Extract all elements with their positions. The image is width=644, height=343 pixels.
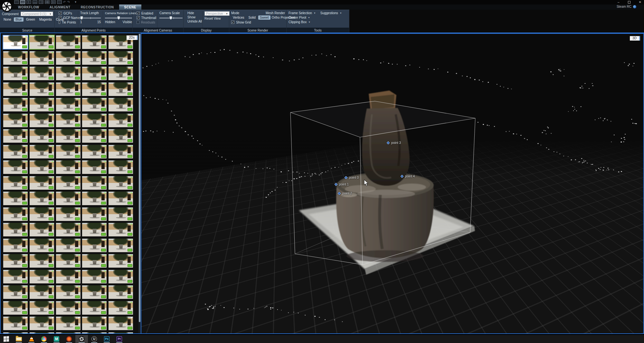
thumbnail[interactable] bbox=[3, 67, 28, 80]
thumbnail[interactable] bbox=[3, 254, 28, 268]
layout-preset-icon[interactable] bbox=[39, 0, 43, 4]
thumbnail[interactable] bbox=[3, 285, 28, 299]
thumbnail[interactable] bbox=[109, 82, 133, 96]
camera-relation-lines-slider[interactable] bbox=[105, 16, 132, 20]
thumbnail[interactable] bbox=[30, 301, 54, 315]
thumbnail[interactable] bbox=[30, 285, 54, 299]
thumbnail[interactable] bbox=[109, 51, 133, 65]
thumbnail[interactable] bbox=[30, 145, 54, 158]
thumbnail[interactable] bbox=[30, 67, 54, 80]
show-grid-checkbox[interactable]: ✓ Show Grid bbox=[231, 20, 285, 24]
thumbnail[interactable] bbox=[3, 301, 28, 315]
thumbnail[interactable] bbox=[109, 254, 133, 268]
thumbnail[interactable] bbox=[56, 254, 80, 268]
taskbar-m-app-icon[interactable]: M bbox=[50, 335, 63, 343]
control-point-point-4[interactable]: point 4 bbox=[401, 175, 415, 178]
thumbnail[interactable] bbox=[30, 332, 54, 334]
layout-preset-icon[interactable] bbox=[20, 0, 25, 4]
thumbnail[interactable] bbox=[30, 160, 54, 174]
thumbnail[interactable] bbox=[82, 114, 107, 127]
enabled-checkbox[interactable]: ✓Enabled bbox=[137, 11, 155, 15]
show-button[interactable]: Show bbox=[187, 15, 200, 19]
layout-preset-icon[interactable] bbox=[57, 0, 62, 4]
viewport-3d[interactable]: 3D point 0point 1point 2point 3point 4 bbox=[141, 33, 644, 334]
thumbnail[interactable] bbox=[82, 270, 107, 283]
color-filter-blue[interactable]: Blue bbox=[14, 17, 24, 22]
thumbnail[interactable] bbox=[82, 51, 107, 65]
thumbnail[interactable] bbox=[3, 51, 28, 65]
thumbnail[interactable] bbox=[82, 332, 107, 334]
tab-scene[interactable]: SCENE bbox=[119, 5, 141, 10]
thumbnail[interactable] bbox=[56, 114, 80, 127]
thumbnail[interactable] bbox=[3, 35, 28, 49]
tab-reconstruction[interactable]: RECONSTRUCTION bbox=[76, 5, 119, 10]
thumbnail[interactable] bbox=[82, 192, 107, 205]
thumbnail[interactable] bbox=[3, 207, 28, 221]
thumbnail[interactable] bbox=[109, 332, 133, 334]
taskbar-realitycapture-icon[interactable] bbox=[75, 335, 88, 343]
thumbnail[interactable] bbox=[3, 160, 28, 174]
thumbnail[interactable] bbox=[56, 51, 80, 65]
qat-overflow-caret[interactable]: ▼ bbox=[74, 1, 77, 4]
thumbnail[interactable] bbox=[109, 239, 133, 252]
mesh-render-button[interactable]: Mesh Render bbox=[266, 11, 285, 15]
control-point-point-3[interactable]: point 3 bbox=[387, 141, 401, 145]
control-point-point-1[interactable]: point 1 bbox=[335, 183, 349, 186]
thumbnail[interactable] bbox=[3, 332, 28, 334]
thumbnail[interactable] bbox=[56, 160, 80, 174]
gcp-names-checkbox[interactable]: ✓GCP Names bbox=[59, 16, 76, 20]
thumbnails-scrollbar[interactable] bbox=[138, 33, 141, 333]
thumbnail[interactable] bbox=[82, 239, 107, 252]
thumbnail[interactable] bbox=[30, 98, 54, 111]
thumbnail[interactable] bbox=[82, 176, 107, 190]
thumbnail[interactable] bbox=[56, 207, 80, 221]
color-filter-none[interactable]: None bbox=[2, 17, 13, 22]
thumbnail-checkbox[interactable]: ✓Thumbnail bbox=[137, 16, 155, 20]
thumbnail[interactable] bbox=[30, 176, 54, 190]
thumbnail[interactable] bbox=[56, 67, 80, 80]
thumbnail[interactable] bbox=[56, 332, 80, 334]
color-filter-green[interactable]: Green bbox=[24, 17, 37, 22]
thumbnail[interactable] bbox=[82, 160, 107, 174]
thumbnail[interactable] bbox=[3, 114, 28, 127]
suggestions-dropdown[interactable]: Suggestions▼ bbox=[320, 11, 342, 15]
thumbnail[interactable] bbox=[30, 317, 54, 330]
control-point-point-2[interactable]: point 2 bbox=[338, 192, 352, 195]
thumbnail[interactable] bbox=[82, 98, 107, 111]
layout-preset-icon[interactable] bbox=[45, 0, 50, 4]
thumbnail[interactable] bbox=[82, 35, 107, 49]
thumbnail[interactable] bbox=[109, 176, 133, 190]
panel-badge-2ds[interactable]: 2Ds bbox=[127, 35, 138, 40]
gcps-checkbox[interactable]: ✓GCPs bbox=[59, 11, 76, 15]
maximize-button[interactable] bbox=[628, 1, 630, 4]
thumbnail[interactable] bbox=[109, 129, 133, 143]
thumbnail[interactable] bbox=[109, 67, 133, 80]
taskbar-start-button[interactable] bbox=[0, 335, 13, 343]
thumbnail[interactable] bbox=[109, 207, 133, 221]
thumbnail[interactable] bbox=[3, 223, 28, 236]
taskbar-unreal-engine-icon[interactable]: U bbox=[88, 335, 100, 343]
taskbar-chrome-icon[interactable] bbox=[38, 335, 50, 343]
center-pivot-dropdown[interactable]: Center Pivot▼ bbox=[289, 16, 310, 19]
layout-preset-icon[interactable] bbox=[26, 0, 31, 4]
thumbnail[interactable] bbox=[82, 317, 107, 330]
thumbnail[interactable] bbox=[3, 176, 28, 190]
color-filter-magenta[interactable]: Magenta bbox=[38, 17, 53, 22]
component-dropdown[interactable]: Component 0 (1)▼ bbox=[21, 12, 53, 16]
panel-badge-3d[interactable]: 3D bbox=[630, 36, 640, 41]
layout-preset-icon[interactable] bbox=[33, 0, 37, 4]
thumbnail[interactable] bbox=[56, 176, 80, 190]
control-point-point-0[interactable]: point 0 bbox=[345, 176, 359, 179]
hide-button[interactable]: Hide bbox=[187, 11, 200, 15]
thumbnail[interactable] bbox=[56, 192, 80, 205]
thumbnail[interactable] bbox=[56, 301, 80, 315]
close-button[interactable]: ✕ bbox=[639, 0, 641, 4]
thumbnail[interactable] bbox=[109, 98, 133, 111]
render-mode-sweet[interactable]: Sweet bbox=[258, 15, 270, 20]
thumbnail[interactable] bbox=[56, 239, 80, 252]
thumbnail[interactable] bbox=[56, 285, 80, 299]
reset-view-button[interactable]: Reset View bbox=[204, 17, 228, 20]
thumbnail[interactable] bbox=[109, 192, 133, 205]
thumbnail[interactable] bbox=[30, 35, 54, 49]
thumbnail[interactable] bbox=[30, 270, 54, 283]
